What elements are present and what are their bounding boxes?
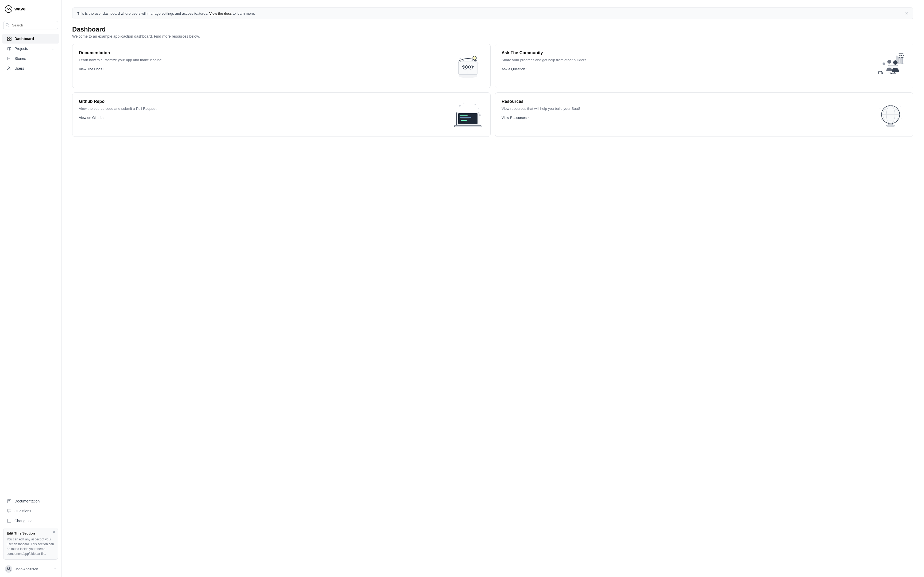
card-github-content: Github Repo View the source code and sub… [79,99,447,120]
user-chevron-up-icon: ⌃ [54,567,57,571]
sidebar-item-dashboard[interactable]: Dashboard [2,34,59,44]
svg-point-56 [478,108,479,109]
svg-point-55 [475,104,476,105]
banner-suffix: to learn more. [233,11,255,16]
card-resources-link[interactable]: View Resources › [502,116,529,120]
dashboard-icon [7,36,12,41]
svg-rect-8 [8,57,11,60]
card-documentation-title: Documentation [79,50,447,55]
svg-text:✦: ✦ [880,118,882,120]
card-github-desc: View the source code and submit a Pull R… [79,106,447,111]
sidebar-item-users[interactable]: Users [2,64,59,73]
banner-message: This is the user dashboard where users w… [77,11,208,16]
arrow-icon: › [103,67,104,71]
sidebar-item-dashboard-label: Dashboard [15,37,34,41]
svg-text:✦: ✦ [459,57,461,60]
app-name: wave [15,6,26,12]
card-community-desc: Share your progress and get help from ot… [502,57,870,63]
search-icon [6,23,9,27]
arrow-icon: › [526,67,527,71]
sidebar-item-documentation[interactable]: Documentation [2,496,59,506]
card-github: Github Repo View the source code and sub… [72,92,491,137]
arrow-icon: › [528,116,529,120]
sidebar: wave Dashboard Projects ⌄ Stories [0,0,61,577]
svg-text:✦: ✦ [471,55,472,56]
search-input[interactable] [3,21,58,29]
svg-point-45 [887,60,891,64]
sidebar-item-changelog[interactable]: Changelog [2,516,59,526]
edit-section-close-button[interactable]: ✕ [52,530,56,534]
card-documentation: Documentation Learn how to customize you… [72,44,491,88]
card-resources-content: Resources View resources that will help … [502,99,870,120]
svg-point-11 [8,67,10,68]
banner-close-button[interactable]: ✕ [905,11,908,16]
page-title: Dashboard [72,26,913,33]
svg-rect-51 [879,71,882,74]
card-community-link[interactable]: Ask a Question › [502,67,528,71]
card-documentation-illustration: ✦ ✦ ✦ [452,50,484,82]
svg-point-28 [464,66,466,68]
users-icon [7,66,12,71]
svg-point-54 [464,103,464,104]
card-community-illustration [874,50,906,82]
svg-rect-68 [886,125,895,126]
changelog-icon [7,519,12,523]
projects-icon [7,46,12,51]
wave-logo-icon [5,5,12,13]
cards-grid: Documentation Learn how to customize you… [72,44,913,137]
avatar [5,565,12,573]
svg-text:✦: ✦ [478,63,479,64]
card-resources-title: Resources [502,99,870,104]
card-community-title: Ask The Community [502,50,870,55]
svg-line-2 [8,26,9,26]
book-icon [7,499,12,504]
card-github-link[interactable]: View on Github › [79,116,105,120]
card-github-title: Github Repo [79,99,447,104]
svg-rect-3 [8,37,9,39]
sidebar-item-projects-label: Projects [15,47,28,51]
banner-text: This is the user dashboard where users w… [77,11,900,16]
user-footer[interactable]: John Anderson ⌃ [0,562,61,576]
sidebar-item-projects[interactable]: Projects ⌄ [2,44,59,53]
edit-section-title: Edit This Section [7,531,55,535]
sidebar-bottom-nav: Documentation Questions Changelog ✕ Edit… [0,494,61,577]
sidebar-item-documentation-label: Documentation [15,499,40,503]
svg-point-46 [882,63,885,65]
svg-rect-6 [10,39,11,40]
sidebar-item-users-label: Users [15,66,24,71]
card-resources-illustration: ✦ ✦ ✦ ✦ [874,99,906,131]
svg-line-42 [894,72,895,74]
svg-rect-66 [454,125,481,127]
svg-point-30 [473,56,477,60]
sidebar-item-stories[interactable]: Stories [2,54,59,63]
main-content: This is the user dashboard where users w… [61,0,924,577]
user-name: John Anderson [15,567,51,571]
card-documentation-desc: Learn how to customize your app and make… [79,57,447,63]
svg-rect-4 [10,37,11,39]
edit-section-text: You can edit any aspect of your user das… [7,537,55,556]
svg-text:✦: ✦ [879,108,881,110]
sidebar-item-questions-label: Questions [15,509,31,513]
card-resources-desc: View resources that will help you build … [502,106,870,111]
card-community: Ask The Community Share your progress an… [495,44,913,88]
chat-icon [7,509,12,513]
info-banner: This is the user dashboard where users w… [72,8,913,19]
svg-point-48 [900,55,900,56]
svg-rect-5 [8,39,9,40]
svg-line-41 [890,72,892,74]
stories-icon [7,56,12,61]
page-header: Dashboard Welcome to an example applicac… [72,26,913,39]
sidebar-logo[interactable]: wave [0,0,61,18]
sidebar-nav: Dashboard Projects ⌄ Stories Users [0,32,61,492]
card-documentation-content: Documentation Learn how to customize you… [79,50,447,71]
svg-point-44 [893,60,898,64]
sidebar-item-changelog-label: Changelog [15,519,32,523]
card-resources: Resources View resources that will help … [495,92,913,137]
svg-point-50 [903,55,904,56]
svg-text:✦: ✦ [901,118,902,119]
chevron-down-icon: ⌄ [52,47,54,50]
svg-point-20 [8,567,10,569]
sidebar-item-questions[interactable]: Questions [2,506,59,516]
banner-link[interactable]: View the docs [209,11,232,16]
card-documentation-link[interactable]: View The Docs › [79,67,104,71]
